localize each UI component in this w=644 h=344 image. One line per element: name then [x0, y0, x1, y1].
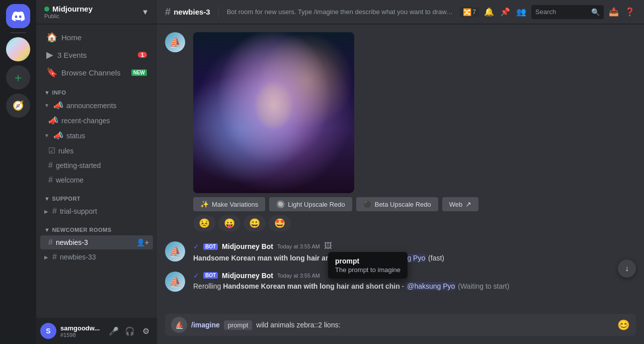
- ai-image-container: [193, 32, 354, 193]
- channel-status[interactable]: ▼ 📣 status: [40, 128, 153, 143]
- channel-announcements[interactable]: ▼ 📣 announcements: [40, 98, 153, 113]
- expand-arrow-2: ▼: [44, 133, 49, 138]
- server-status-dot: [44, 7, 49, 12]
- message-content-1: ✨ Make Variations 🔘 Light Upscale Redo ⚫…: [193, 32, 636, 233]
- expand-arrow-3: ▶: [44, 209, 48, 214]
- light-upscale-redo-label: Light Upscale Redo: [288, 201, 345, 208]
- prompt-tooltip: prompt The prompt to imagine: [328, 252, 408, 279]
- sidebar-content: 🏠 Home ▶ 3 Events 1 🔖 Browse Channels NE…: [36, 24, 157, 318]
- scroll-to-bottom-button[interactable]: ↓: [618, 260, 636, 278]
- message-group-1: ⛵ ✨ Make Variations 🔘 Light Upscale Redo: [165, 32, 636, 233]
- gallery-icon[interactable]: 🖼: [324, 241, 334, 251]
- user-tag: #1598: [60, 332, 103, 338]
- input-prefix-icon[interactable]: ⛵: [171, 317, 187, 333]
- beta-upscale-redo-button[interactable]: ⚫ Beta Upscale Redo: [356, 197, 438, 211]
- inbox-button[interactable]: 📥: [608, 6, 620, 18]
- channel-rules-label: rules: [58, 147, 73, 155]
- bot-avatar-2: ⛵: [165, 241, 185, 262]
- channel-newbies-3[interactable]: # newbies-3 👤+: [40, 235, 153, 249]
- input-tag: prompt: [224, 320, 252, 330]
- channel-description: Bot room for new users. Type /imagine th…: [227, 8, 454, 16]
- sidebar-item-browse[interactable]: 🔖 Browse Channels NEW: [40, 64, 153, 81]
- bot-author-1: Midjourney Bot: [222, 242, 273, 250]
- reroll-bold: Handsome Korean man with long hair and s…: [223, 282, 400, 290]
- web-label: Web: [449, 201, 463, 208]
- section-info-header[interactable]: ▼ INFO: [36, 81, 157, 98]
- server-header-content: Midjourney Public: [44, 5, 93, 19]
- help-button[interactable]: ❓: [624, 6, 636, 18]
- channel-welcome[interactable]: # welcome: [40, 173, 153, 187]
- notifications-button[interactable]: 🔔: [483, 6, 495, 18]
- discord-home-button[interactable]: [6, 4, 30, 28]
- message-content-2: ✓ BOT Midjourney Bot Today at 3:55 AM 🖼 …: [193, 241, 636, 264]
- hash-icon-1: #: [48, 161, 53, 170]
- message-input[interactable]: [256, 321, 613, 329]
- sidebar-item-events[interactable]: ▶ 3 Events 1: [40, 46, 153, 63]
- explore-servers-button[interactable]: 🧭: [6, 94, 30, 118]
- mention-haksung-2[interactable]: @haksung Pyo: [406, 282, 456, 290]
- channel-getting-started[interactable]: # getting-started: [40, 158, 153, 173]
- user-info: samgoodw... #1598: [60, 324, 103, 338]
- web-button[interactable]: Web ↗: [442, 197, 479, 211]
- server-status-label: Public: [44, 13, 93, 19]
- channel-getting-started-label: getting-started: [56, 161, 101, 169]
- deafen-button[interactable]: 🎧: [123, 324, 137, 338]
- message-text-2: Handsome Korean man with long hair and s…: [193, 253, 636, 264]
- emoji-reactions: 😣 😛 😀 🤩: [193, 215, 636, 231]
- thread-icon: 🔀: [463, 8, 471, 16]
- section-support-header[interactable]: ▼ SUPPORT: [36, 188, 157, 204]
- hash-icon-5: #: [52, 252, 57, 262]
- bot-badge-2: BOT: [203, 272, 218, 279]
- compass-icon: ⛵: [175, 321, 184, 329]
- members-button[interactable]: 👥: [515, 6, 527, 18]
- server-rail: ＋ 🧭: [0, 0, 36, 344]
- channel-header: # newbies-3 Bot room for new users. Type…: [157, 0, 644, 24]
- channel-recent-changes[interactable]: 📣 recent-changes: [40, 113, 153, 128]
- search-placeholder: Search: [535, 8, 588, 16]
- browse-icon: 🔖: [46, 67, 57, 78]
- input-area: ⛵ /imagine prompt 😊: [157, 314, 644, 344]
- server-header-chevron: ▼: [141, 8, 149, 16]
- mute-button[interactable]: 🎤: [107, 324, 121, 338]
- reaction-1[interactable]: 😣: [193, 215, 215, 231]
- channel-trial-support[interactable]: ▶ # trial-support: [40, 204, 153, 218]
- bot-author-2: Midjourney Bot: [222, 272, 273, 280]
- pin-button[interactable]: 📌: [499, 6, 511, 18]
- make-variations-button[interactable]: ✨ Make Variations: [193, 197, 265, 211]
- message-content-3: ✓ BOT Midjourney Bot Today at 3:55 AM Re…: [193, 272, 636, 292]
- reaction-4[interactable]: 🤩: [269, 215, 291, 231]
- reaction-2[interactable]: 😛: [218, 215, 240, 231]
- server-name: Midjourney: [52, 5, 93, 13]
- hash-icon-3: #: [52, 207, 57, 216]
- message-timestamp-3: Today at 3:55 AM: [277, 273, 320, 279]
- header-actions: 🔀 7 🔔 📌 👥 Search 🔍 📥 ❓: [460, 5, 636, 19]
- rules-icon: ☑: [48, 146, 55, 155]
- server-divider: [10, 32, 26, 33]
- verified-icon-2: ✓: [193, 272, 199, 280]
- search-box[interactable]: Search 🔍: [531, 5, 604, 19]
- reaction-3[interactable]: 😀: [244, 215, 266, 231]
- hash-icon-2: #: [48, 176, 53, 185]
- channel-rules[interactable]: ☑ rules: [40, 143, 153, 158]
- server-header[interactable]: Midjourney Public ▼: [36, 0, 157, 24]
- user-avatar: S: [40, 323, 56, 339]
- emoji-picker-button[interactable]: 😊: [617, 319, 630, 331]
- midjourney-server-icon[interactable]: [6, 37, 30, 61]
- settings-button[interactable]: ⚙: [139, 324, 153, 338]
- message-header-2: ✓ BOT Midjourney Bot Today at 3:55 AM 🖼: [193, 241, 636, 251]
- sidebar-item-events-label: 3 Events: [57, 51, 87, 59]
- input-command-text: /imagine: [191, 321, 220, 329]
- sidebar-item-browse-label: Browse Channels: [61, 68, 121, 77]
- member-count: 7: [472, 9, 476, 16]
- channel-newbies-33[interactable]: ▶ # newbies-33: [40, 250, 153, 264]
- bot-avatar-1: ⛵: [165, 32, 185, 52]
- section-newcomer-header[interactable]: ▼ NEWCOMER ROOMS: [36, 219, 157, 235]
- light-upscale-redo-button[interactable]: 🔘 Light Upscale Redo: [269, 197, 352, 211]
- message-text-3: Rerolling Handsome Korean man with long …: [193, 282, 636, 292]
- add-server-button[interactable]: ＋: [6, 65, 30, 90]
- header-divider-1: [218, 6, 219, 18]
- user-area: S samgoodw... #1598 🎤 🎧 ⚙: [36, 318, 157, 344]
- section-newcomer-label: NEWCOMER ROOMS: [52, 227, 111, 233]
- sidebar-item-home[interactable]: 🏠 Home: [40, 29, 153, 46]
- message-timestamp-2: Today at 3:55 AM: [277, 243, 320, 249]
